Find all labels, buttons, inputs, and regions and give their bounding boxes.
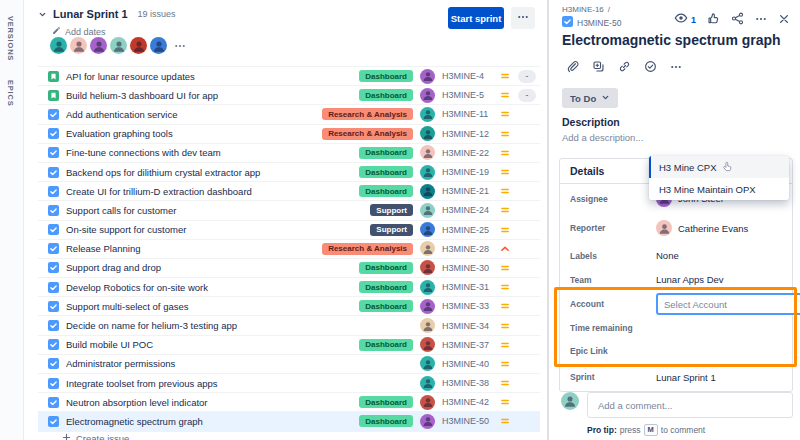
checklist-button[interactable]	[638, 58, 662, 78]
field-value-text: None	[656, 250, 679, 261]
description-placeholder[interactable]: Add a description...	[562, 132, 643, 143]
issue-row[interactable]: On-site support for customerSupportH3MIN…	[38, 221, 540, 240]
issue-row[interactable]: Create UI for trillium-D extraction dash…	[38, 182, 540, 201]
issue-key-link[interactable]: H3MINE-50	[577, 18, 621, 28]
issue-row[interactable]: Administrator permissionsH3MINE-40	[38, 355, 540, 374]
issue-row[interactable]: Support calls for customerSupportH3MINE-…	[38, 201, 540, 220]
issue-title: Decide on name for helium-3 testing app	[66, 320, 413, 331]
issue-title-field[interactable]: Electromagnetic spectrum graph	[562, 32, 794, 48]
field-value[interactable]: None	[656, 250, 788, 261]
assignee-avatar[interactable]	[420, 414, 435, 429]
issue-title: Integrate toolset from previous apps	[66, 378, 413, 389]
issue-row[interactable]: Electromagnetic spectrum graphDashboardH…	[38, 412, 540, 431]
issue-key: H3MINE-37	[442, 340, 492, 350]
issue-key-line: H3MINE-50	[562, 16, 621, 29]
assignee-avatar[interactable]	[420, 241, 435, 256]
assignee-avatar[interactable]	[420, 145, 435, 160]
task-icon	[48, 320, 59, 331]
assignee-avatar[interactable]	[420, 318, 435, 333]
member-avatar[interactable]	[70, 37, 87, 54]
issue-row[interactable]: API for lunar resource updatesDashboardH…	[38, 67, 540, 86]
member-avatar[interactable]	[90, 37, 107, 54]
issue-row[interactable]: Evaluation graphing toolsResearch & Anal…	[38, 125, 540, 144]
assignee-avatar[interactable]	[420, 203, 435, 218]
assignee-avatar[interactable]	[420, 395, 435, 410]
close-panel-button[interactable]	[778, 11, 790, 29]
members-more-button[interactable]	[174, 40, 186, 52]
assignee-avatar[interactable]	[420, 356, 435, 371]
priority-medium-icon	[499, 301, 511, 311]
pro-tip: Pro tip: press M to comment	[587, 424, 705, 436]
issue-title: Fine-tune connections with dev team	[66, 147, 352, 158]
issue-row[interactable]: Build mobile UI POCDashboardH3MINE-37	[38, 336, 540, 355]
sprint-more-button[interactable]	[511, 7, 535, 29]
rail-epics-panel[interactable]: EPICS	[6, 80, 15, 107]
priority-medium-icon	[499, 71, 511, 81]
assignee-avatar[interactable]	[420, 107, 435, 122]
field-value[interactable]: Catherine Evans	[656, 220, 788, 236]
assignee-avatar[interactable]	[420, 299, 435, 314]
issue-row[interactable]: Add authentication serviceResearch & Ana…	[38, 105, 540, 124]
estimate-badge[interactable]: -	[518, 70, 536, 83]
add-dates-button[interactable]: Add dates	[52, 26, 106, 37]
task-icon	[48, 167, 59, 178]
task-icon	[48, 243, 59, 254]
issue-row[interactable]: Build helium-3 dashboard UI for appDashb…	[38, 86, 540, 105]
issue-row[interactable]: Support multi-select of gasesDashboardH3…	[38, 297, 540, 316]
hand-cursor-icon	[722, 161, 733, 174]
epic-tag: Research & Analysis	[322, 243, 413, 255]
chevron-down-icon[interactable]	[38, 10, 47, 19]
account-select-input[interactable]	[656, 293, 800, 315]
link-issue-button[interactable]	[612, 58, 636, 78]
assignee-avatar[interactable]	[420, 126, 435, 141]
assignee-avatar[interactable]	[420, 69, 435, 84]
member-avatar[interactable]	[50, 37, 67, 54]
account-option[interactable]: H3 Mine Maintain OPX	[649, 178, 789, 200]
like-button[interactable]	[707, 11, 720, 29]
issue-row[interactable]: Fine-tune connections with dev teamDashb…	[38, 144, 540, 163]
attachment-button[interactable]	[560, 58, 584, 78]
start-sprint-button[interactable]: Start sprint	[448, 7, 504, 29]
sprint-title: Lunar Sprint 1	[53, 8, 128, 20]
toolbar-more-button[interactable]	[664, 58, 688, 78]
issue-key: H3MINE-40	[442, 359, 492, 369]
create-issue-button[interactable]: Create issue	[62, 433, 129, 440]
member-avatar[interactable]	[150, 37, 167, 54]
assignee-avatar[interactable]	[420, 280, 435, 295]
assignee-avatar[interactable]	[420, 337, 435, 352]
issue-row[interactable]: Develop Robotics for on-site workDashboa…	[38, 278, 540, 297]
assignee-avatar[interactable]	[420, 376, 435, 391]
assignee-avatar[interactable]	[420, 222, 435, 237]
field-value[interactable]: Lunar Apps Dev	[656, 274, 788, 285]
account-option[interactable]: H3 Mine CPX	[649, 156, 789, 178]
assignee-avatar[interactable]	[420, 165, 435, 180]
story-icon	[48, 71, 59, 82]
epic-tag: Dashboard	[359, 89, 413, 101]
member-avatar[interactable]	[110, 37, 127, 54]
share-button[interactable]	[731, 11, 744, 29]
ellipsis-icon	[670, 61, 682, 76]
issue-row[interactable]: Support drag and dropDashboardH3MINE-30	[38, 259, 540, 278]
assignee-avatar[interactable]	[420, 88, 435, 103]
issue-row[interactable]: Neutron absorption level indicatorDashbo…	[38, 393, 540, 412]
issue-row[interactable]: Backend ops for dilithium crystal extrac…	[38, 163, 540, 182]
status-dropdown-button[interactable]: To Do	[562, 88, 618, 108]
issue-title: Support drag and drop	[66, 262, 352, 273]
watch-button[interactable]: 1	[674, 11, 696, 29]
account-label: Account	[570, 299, 656, 309]
member-avatar[interactable]	[130, 37, 147, 54]
assignee-avatar[interactable]	[420, 184, 435, 199]
assignee-avatar[interactable]	[420, 260, 435, 275]
epic-tag: Dashboard	[359, 262, 413, 274]
sprint-value[interactable]: Lunar Sprint 1	[656, 372, 788, 383]
estimate-badge[interactable]: -	[518, 89, 536, 102]
issue-row[interactable]: Release PlanningResearch & AnalysisH3MIN…	[38, 240, 540, 259]
panel-more-button[interactable]	[755, 11, 767, 29]
comment-input[interactable]	[587, 392, 793, 418]
rail-versions-panel[interactable]: VERSIONS	[6, 16, 15, 61]
priority-medium-icon	[499, 205, 511, 215]
add-child-issue-button[interactable]	[586, 58, 610, 78]
breadcrumb-parent-key[interactable]: H3MINE-16	[562, 5, 604, 14]
issue-row[interactable]: Decide on name for helium-3 testing appH…	[38, 316, 540, 335]
issue-row[interactable]: Integrate toolset from previous appsH3MI…	[38, 374, 540, 393]
